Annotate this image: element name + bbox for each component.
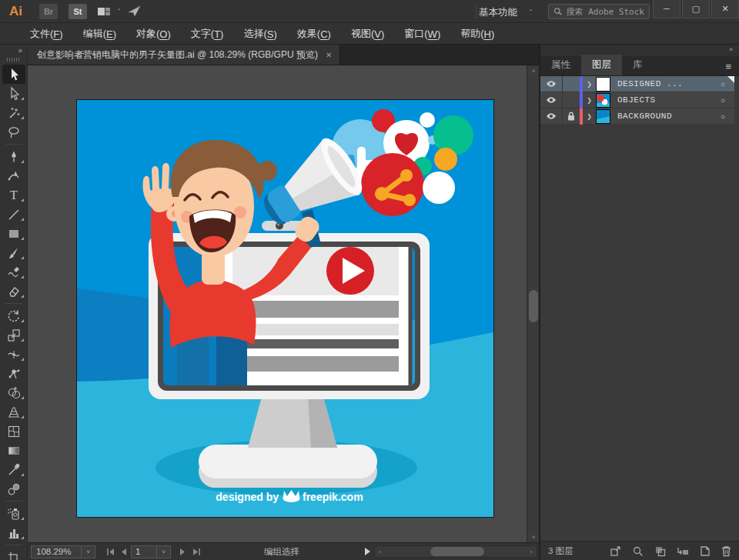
status-expand-arrow[interactable] <box>360 545 374 558</box>
gradient-tool[interactable] <box>0 441 28 460</box>
zoom-dropdown-chevron[interactable]: ˅ <box>82 545 95 558</box>
horizontal-scrollbar[interactable]: ‹ › <box>374 545 537 558</box>
vertical-scroll-thumb[interactable] <box>529 290 538 322</box>
last-artboard-button[interactable] <box>189 545 203 558</box>
zoom-level-field[interactable]: 108.29% <box>31 545 82 558</box>
mesh-tool[interactable] <box>0 422 28 441</box>
pen-tool[interactable] <box>0 147 28 166</box>
artwork[interactable]: designed by freepik.com <box>77 100 493 517</box>
layer-expand-icon[interactable]: ❯ <box>583 97 596 104</box>
type-tool[interactable]: T <box>0 185 28 205</box>
artboard-tool[interactable] <box>0 548 28 560</box>
next-artboard-button[interactable] <box>176 545 189 558</box>
close-button[interactable]: ✕ <box>711 0 739 18</box>
tab-layers[interactable]: 图层 <box>581 55 622 75</box>
stock-button[interactable]: St <box>69 4 87 19</box>
selection-tool[interactable] <box>2 65 25 84</box>
shaper-tool[interactable] <box>0 262 28 282</box>
menu-select[interactable]: 选择(S) <box>233 24 286 44</box>
lock-icon[interactable] <box>563 108 580 124</box>
collect-for-export-icon[interactable] <box>610 545 621 557</box>
menu-type[interactable]: 文字(T) <box>181 24 234 44</box>
direct-selection-tool[interactable] <box>0 84 28 103</box>
rectangle-tool[interactable] <box>0 224 28 243</box>
menu-object[interactable]: 对象(O) <box>126 24 181 44</box>
lock-toggle[interactable] <box>563 92 580 108</box>
lock-toggle[interactable] <box>563 76 580 92</box>
minimize-button[interactable]: ─ <box>653 0 680 18</box>
workspace-switcher[interactable]: 基本功能 <box>479 6 517 19</box>
arrange-documents-icon[interactable] <box>98 7 110 16</box>
eyedropper-tool[interactable] <box>0 460 28 479</box>
share-rocket-icon[interactable] <box>128 5 141 17</box>
magic-wand-tool[interactable] <box>0 103 28 122</box>
visibility-eye-icon[interactable] <box>540 76 563 92</box>
layer-thumbnail[interactable] <box>596 109 610 124</box>
horizontal-scroll-thumb[interactable] <box>430 547 484 556</box>
layer-target-icon[interactable]: ○ <box>711 96 734 105</box>
layer-target-icon[interactable]: ○ <box>711 112 734 121</box>
layer-row-objects[interactable]: ❯ OBJECTS ○ <box>540 92 734 108</box>
vertical-scrollbar[interactable]: ˄ ˅ <box>527 65 539 542</box>
tab-close-icon[interactable]: ✕ <box>326 51 332 59</box>
canvas-pasteboard[interactable]: designed by freepik.com <box>28 65 527 542</box>
layer-name[interactable]: BACKGROUND <box>617 112 711 121</box>
scale-tool[interactable] <box>0 325 28 345</box>
layer-row-background[interactable]: ❯ BACKGROUND ○ <box>540 108 734 125</box>
toolbar-grip[interactable] <box>7 58 21 62</box>
blend-tool[interactable] <box>0 479 28 498</box>
menu-edit[interactable]: 编辑(E) <box>73 24 126 44</box>
visibility-eye-icon[interactable] <box>540 92 563 108</box>
scroll-right-icon[interactable]: › <box>526 546 537 557</box>
width-tool[interactable] <box>0 345 28 364</box>
document-tab[interactable]: 创意影响者营销电脑中的男子矢量图.ai @ 108.29% (RGB/GPU 预… <box>28 45 340 65</box>
scroll-left-icon[interactable]: ‹ <box>375 546 386 557</box>
layer-name[interactable]: OBJECTS <box>617 95 711 105</box>
curvature-tool[interactable] <box>0 166 28 185</box>
visibility-eye-icon[interactable] <box>540 108 563 124</box>
layer-expand-icon[interactable]: ❯ <box>583 81 596 88</box>
shape-builder-tool[interactable] <box>0 383 28 402</box>
bridge-button[interactable]: Br <box>39 4 58 19</box>
layer-thumbnail[interactable] <box>596 77 610 92</box>
first-artboard-button[interactable] <box>103 545 117 558</box>
lasso-tool[interactable] <box>0 122 28 142</box>
new-sublayer-icon[interactable] <box>677 545 689 557</box>
adobe-stock-search-input[interactable]: 搜索 Adobe Stock <box>548 4 650 19</box>
panel-menu-icon[interactable]: ≡ <box>717 58 739 75</box>
tab-properties[interactable]: 属性 <box>540 55 581 75</box>
rotate-tool[interactable] <box>0 306 28 325</box>
new-layer-icon[interactable] <box>700 545 711 557</box>
column-graph-tool[interactable] <box>0 523 28 542</box>
maximize-button[interactable]: ▢ <box>682 0 710 18</box>
artboard-number-input[interactable] <box>131 545 157 558</box>
workspace-chevron[interactable]: ˇ <box>530 8 532 16</box>
paintbrush-tool[interactable] <box>0 243 28 262</box>
layer-row-designed[interactable]: ❯ DESIGNED ... ○ <box>540 76 734 92</box>
menu-help[interactable]: 帮助(H) <box>450 24 504 44</box>
layer-thumbnail[interactable] <box>596 93 610 108</box>
line-segment-tool[interactable] <box>0 205 28 224</box>
delete-layer-icon[interactable] <box>721 545 731 557</box>
tab-libraries[interactable]: 库 <box>622 55 654 75</box>
perspective-grid-tool[interactable] <box>0 402 28 422</box>
layer-count-label: 3 图层 <box>548 545 573 557</box>
puppet-warp-tool[interactable] <box>0 364 28 383</box>
clipping-mask-icon[interactable] <box>654 545 666 557</box>
menu-effect[interactable]: 效果(C) <box>287 24 341 44</box>
menu-file[interactable]: 文件(F) <box>20 24 73 44</box>
arrange-documents-chevron[interactable]: ˇ <box>118 8 120 15</box>
menu-window[interactable]: 窗口(W) <box>394 24 450 44</box>
scroll-up-icon[interactable]: ˄ <box>527 65 540 76</box>
eraser-tool[interactable] <box>0 282 28 301</box>
toolbar-collapse-icon[interactable]: » <box>0 45 27 56</box>
symbol-sprayer-tool[interactable] <box>0 504 28 523</box>
layer-name[interactable]: DESIGNED ... <box>617 79 711 88</box>
scroll-down-icon[interactable]: ˅ <box>527 532 540 542</box>
artboard[interactable]: designed by freepik.com <box>77 100 493 517</box>
artboard-dropdown-chevron[interactable]: ˅ <box>157 545 171 558</box>
menu-view[interactable]: 视图(V) <box>341 24 394 44</box>
locate-object-icon[interactable] <box>632 545 644 557</box>
previous-artboard-button[interactable] <box>117 545 131 558</box>
layer-expand-icon[interactable]: ❯ <box>583 113 596 120</box>
